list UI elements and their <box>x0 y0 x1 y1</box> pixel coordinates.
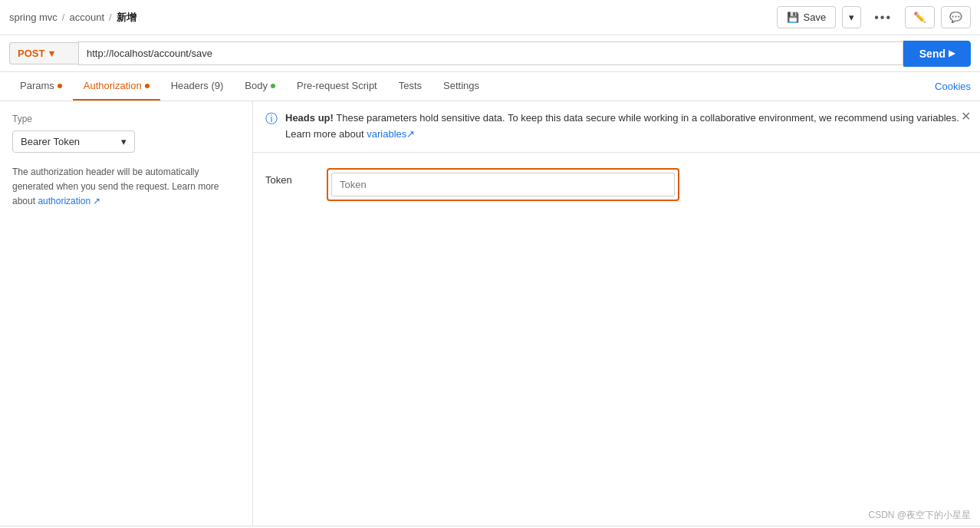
variables-link[interactable]: variables↗ <box>367 128 415 140</box>
tab-pre-request[interactable]: Pre-request Script <box>286 72 388 101</box>
bearer-token-label: Bearer Token <box>21 136 80 147</box>
tab-body[interactable]: Body <box>234 72 286 101</box>
tab-settings[interactable]: Settings <box>432 72 490 101</box>
params-dot <box>58 84 62 88</box>
tab-authorization-label: Authorization <box>84 80 142 91</box>
url-input[interactable] <box>78 41 903 65</box>
token-label: Token <box>265 168 311 186</box>
breadcrumb-part1: spring mvc <box>9 12 58 23</box>
breadcrumb: spring mvc / account / 新增 <box>9 11 136 25</box>
send-arrow-icon: ▶ <box>949 48 955 58</box>
send-button[interactable]: Send ▶ <box>903 41 971 67</box>
save-label: Save <box>804 12 827 23</box>
request-tabs-bar: Params Authorization Headers (9) Body Pr… <box>0 72 980 101</box>
more-button[interactable]: ••• <box>867 5 899 30</box>
save-dropdown-button[interactable]: ▾ <box>842 6 861 28</box>
tab-headers-label: Headers (9) <box>171 80 224 91</box>
breadcrumb-part2: account <box>69 12 104 23</box>
auth-description: The authorization header will be automat… <box>12 165 240 210</box>
bearer-token-chevron-icon: ▾ <box>121 136 127 147</box>
tab-body-label: Body <box>245 80 268 91</box>
token-input-wrapper <box>327 168 679 201</box>
info-banner: ⓘ Heads up! These parameters hold sensit… <box>253 101 980 153</box>
comment-button[interactable]: 💬 <box>941 6 971 28</box>
breadcrumb-sep1: / <box>62 12 65 23</box>
top-bar: spring mvc / account / 新增 💾 Save ▾ ••• ✏… <box>0 0 980 35</box>
authorization-dot <box>145 84 150 88</box>
save-icon: 💾 <box>787 12 799 23</box>
edit-button[interactable]: ✏️ <box>905 6 935 28</box>
method-label: POST <box>18 48 44 59</box>
bearer-token-select[interactable]: Bearer Token ▾ <box>12 130 135 153</box>
tab-params[interactable]: Params <box>9 72 73 101</box>
info-icon: ⓘ <box>265 111 278 127</box>
tab-tests-label: Tests <box>399 80 422 91</box>
info-bold: Heads up! <box>285 112 334 124</box>
tab-settings-label: Settings <box>443 80 479 91</box>
info-text: Heads up! These parameters hold sensitiv… <box>285 111 968 143</box>
left-panel: Type Bearer Token ▾ The authorization he… <box>0 101 253 526</box>
tab-tests[interactable]: Tests <box>388 72 432 101</box>
breadcrumb-sep2: / <box>109 12 112 23</box>
right-panel: ⓘ Heads up! These parameters hold sensit… <box>253 101 980 526</box>
url-bar: POST ▾ Send ▶ <box>0 35 980 72</box>
breadcrumb-current: 新增 <box>117 11 136 25</box>
top-bar-actions: 💾 Save ▾ ••• ✏️ 💬 <box>777 5 971 30</box>
save-button[interactable]: 💾 Save <box>777 6 837 28</box>
method-selector[interactable]: POST ▾ <box>9 42 78 64</box>
cookies-link[interactable]: Cookies <box>935 73 971 100</box>
info-close-button[interactable]: ✕ <box>961 109 971 124</box>
body-dot <box>271 84 275 88</box>
watermark: CSDN @夜空下的小星星 <box>868 509 971 522</box>
main-content: Type Bearer Token ▾ The authorization he… <box>0 101 980 526</box>
type-label: Type <box>12 114 240 124</box>
method-chevron-icon: ▾ <box>49 48 54 59</box>
send-label: Send <box>919 48 945 60</box>
token-input[interactable] <box>331 173 675 196</box>
tab-authorization[interactable]: Authorization <box>73 72 160 101</box>
token-section: Token <box>253 153 980 216</box>
tab-pre-request-label: Pre-request Script <box>297 80 377 91</box>
authorization-link[interactable]: authorization ↗ <box>38 196 100 206</box>
tab-headers[interactable]: Headers (9) <box>160 72 235 101</box>
tab-params-label: Params <box>20 80 54 91</box>
